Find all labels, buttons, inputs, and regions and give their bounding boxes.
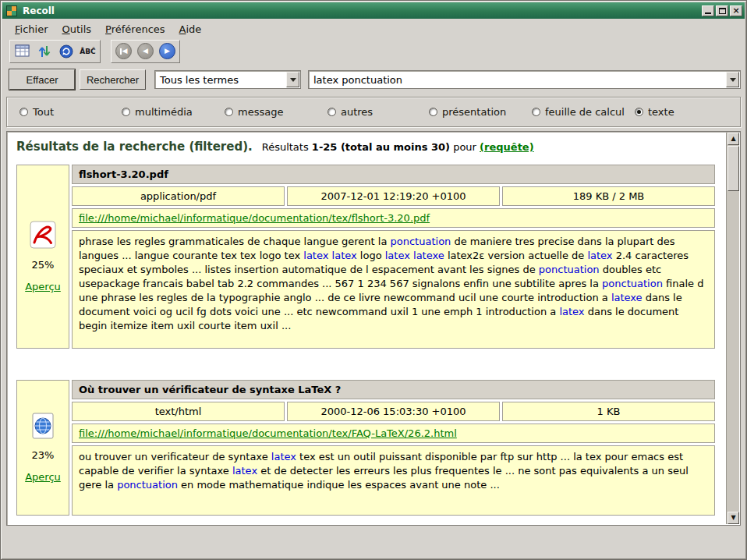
vertical-scrollbar[interactable]: ▲ ▼ xyxy=(726,133,739,524)
result-mime: text/html xyxy=(72,402,285,421)
menubar: Fichier Outils Préférences Aide xyxy=(3,20,744,37)
result-snippet: phrase les regles grammaticales de chaqu… xyxy=(72,230,715,349)
radio-icon xyxy=(429,108,437,116)
previous-page-icon: ◀ xyxy=(137,43,154,59)
search-input[interactable] xyxy=(313,74,723,86)
table-view-button[interactable] xyxy=(12,42,32,61)
result-url-row: file:///home/michael/informatique/docume… xyxy=(72,208,715,228)
result-date: 2000-12-06 15:03:30 +0100 xyxy=(287,402,500,421)
filter-radio-multimedia[interactable]: multimédia xyxy=(122,106,193,118)
radio-icon xyxy=(532,108,540,116)
radio-label: feuille de calcul xyxy=(545,106,625,118)
result-table: flshort-3.20.pdf application/pdf 2007-12… xyxy=(72,165,715,349)
result-side-cell: 25% Aperçu xyxy=(16,165,69,349)
radio-icon xyxy=(19,108,28,116)
html-file-icon[interactable] xyxy=(31,413,55,439)
results-list: Résultats de la recherche (filtered).Rés… xyxy=(8,133,726,524)
result-meta-row: application/pdf 2007-12-01 12:19:20 +010… xyxy=(72,186,715,206)
result-url-link[interactable]: file:///home/michael/informatique/docume… xyxy=(79,212,430,224)
search-controls: Effacer Rechercher Tous les termes xyxy=(6,69,741,90)
result-title: Où trouver un vérificateur de syntaxe La… xyxy=(72,380,715,399)
history-icon xyxy=(59,44,73,58)
first-page-icon: ◀ xyxy=(115,43,132,59)
result-size: 189 KB / 2 MB xyxy=(502,186,715,206)
chevron-down-icon xyxy=(290,78,296,82)
result-mime: application/pdf xyxy=(72,186,285,206)
arrow-down-icon: ▼ xyxy=(731,515,735,521)
result-date: 2007-12-01 12:19:20 +0100 xyxy=(287,186,500,206)
radio-label: multimédia xyxy=(135,106,193,118)
history-button[interactable] xyxy=(56,42,76,61)
pdf-file-icon[interactable] xyxy=(30,221,56,249)
results-header: Résultats de la recherche (filtered).Rés… xyxy=(16,140,721,154)
results-panel: Résultats de la recherche (filtered).Rés… xyxy=(6,131,741,526)
minimize-button[interactable] xyxy=(702,5,714,16)
filter-radio-texte[interactable]: texte xyxy=(635,106,674,118)
arrow-up-icon: ▲ xyxy=(731,136,735,142)
result-size: 1 KB xyxy=(502,402,715,421)
preview-link[interactable]: Aperçu xyxy=(25,281,61,292)
query-details-link[interactable]: (requête) xyxy=(480,141,534,153)
clear-button[interactable]: Effacer xyxy=(9,69,75,90)
result-snippet: ou trouver un verificateur de syntaxe la… xyxy=(72,445,715,516)
close-icon: × xyxy=(732,6,739,15)
maximize-icon xyxy=(719,8,726,14)
results-range: 1-25 (total au moins 30) xyxy=(312,141,450,153)
search-mode-dropdown-button[interactable] xyxy=(286,72,299,87)
search-button[interactable]: Rechercher xyxy=(80,69,146,90)
relevance-percent: 23% xyxy=(32,449,55,461)
radio-label: Tout xyxy=(33,106,54,118)
query-dropdown-button[interactable] xyxy=(726,72,739,87)
filter-radio-autres[interactable]: autres xyxy=(327,106,373,118)
sort-button[interactable] xyxy=(34,42,54,61)
radio-icon xyxy=(635,108,643,116)
titlebar[interactable]: Recoll × xyxy=(2,2,745,19)
result-table: Où trouver un vérificateur de syntaxe La… xyxy=(72,380,715,516)
term-explorer-button[interactable]: ÂBĈ xyxy=(78,42,97,61)
radio-icon xyxy=(122,108,130,116)
results-title: Résultats de la recherche (filtered). xyxy=(16,140,253,154)
pour-word: pour xyxy=(453,141,476,153)
filter-radio-tout[interactable]: Tout xyxy=(19,106,54,118)
chevron-down-icon xyxy=(730,78,736,82)
result-title: flshort-3.20.pdf xyxy=(72,165,715,184)
result-url-row: file:///home/michael/informatique/docume… xyxy=(72,424,715,443)
menu-preferences[interactable]: Préférences xyxy=(98,22,172,37)
results-word: Résultats xyxy=(262,141,309,153)
toolbar-group-main: ÂBĈ xyxy=(9,40,101,63)
first-page-button[interactable]: ◀ xyxy=(114,42,133,61)
radio-icon xyxy=(225,108,233,116)
scroll-up-button[interactable]: ▲ xyxy=(728,133,739,145)
filter-radio-presentation[interactable]: présentation xyxy=(429,106,506,118)
filter-radio-message[interactable]: message xyxy=(225,106,283,118)
menu-fichier[interactable]: Fichier xyxy=(8,22,55,37)
category-filter-frame: Tout multimédia message autres présentat… xyxy=(6,97,741,127)
preview-link[interactable]: Aperçu xyxy=(25,471,61,483)
next-page-icon: ▶ xyxy=(159,43,175,59)
term-explorer-icon: ÂBĈ xyxy=(80,48,95,55)
radio-label: texte xyxy=(648,106,674,118)
sort-arrows-icon xyxy=(38,44,51,58)
menu-aide[interactable]: Aide xyxy=(172,22,209,37)
minimize-icon xyxy=(705,12,711,14)
query-combobox[interactable] xyxy=(308,70,741,89)
search-mode-select[interactable]: Tous les termes xyxy=(154,70,301,89)
result-side-cell: 23% Aperçu xyxy=(16,380,69,516)
result-item: 23% Aperçu Où trouver un vérificateur de… xyxy=(16,380,715,516)
radio-label: présentation xyxy=(442,106,506,118)
result-url-link[interactable]: file:///home/michael/informatique/docume… xyxy=(79,427,457,439)
menu-outils[interactable]: Outils xyxy=(55,22,99,37)
previous-page-button[interactable]: ◀ xyxy=(136,42,155,61)
toolbar: ÂBĈ ◀ ◀ ▶ xyxy=(3,39,744,63)
filter-radio-feuille-de-calcul[interactable]: feuille de calcul xyxy=(532,106,625,118)
next-page-button[interactable]: ▶ xyxy=(158,42,177,61)
recoll-app-icon xyxy=(6,5,17,16)
radio-label: message xyxy=(238,106,283,118)
window-title: Recoll xyxy=(23,5,700,16)
scrollbar-thumb[interactable] xyxy=(728,146,739,191)
table-view-icon xyxy=(15,44,30,58)
maximize-button[interactable] xyxy=(716,5,728,16)
close-button[interactable]: × xyxy=(730,5,742,16)
relevance-percent: 25% xyxy=(32,259,55,271)
scroll-down-button[interactable]: ▼ xyxy=(728,512,739,524)
